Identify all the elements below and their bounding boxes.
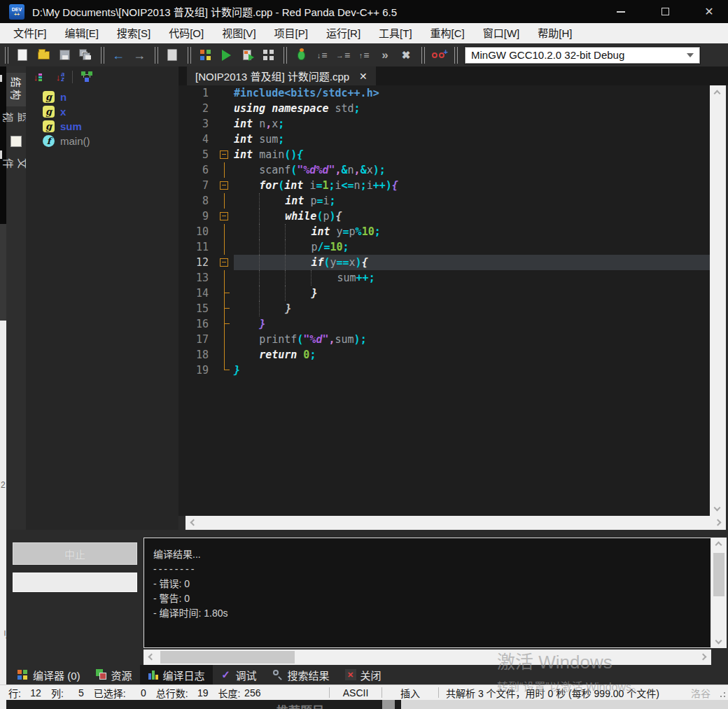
scrollbar-thumb[interactable]: [713, 553, 724, 596]
code-line-16[interactable]: 16 }: [178, 316, 710, 332]
bottom-tab-关闭[interactable]: ✕关闭: [337, 665, 389, 685]
left-tab-监视[interactable]: 监视: [6, 112, 26, 136]
code-line-3[interactable]: 3int n,x;: [178, 116, 710, 132]
bottom-tab-资源[interactable]: 资源: [88, 665, 140, 685]
scrollbar-thumb[interactable]: [160, 651, 295, 664]
menu-item-6[interactable]: 项目[P]: [265, 23, 317, 43]
resize-grip[interactable]: [716, 688, 726, 698]
maximize-button[interactable]: [648, 0, 682, 23]
fold-gutter[interactable]: [215, 255, 234, 270]
scroll-right-icon[interactable]: [715, 519, 722, 526]
code-line-9[interactable]: 9 while(p){: [178, 209, 710, 224]
log-vertical-scrollbar[interactable]: [711, 538, 727, 648]
code-line-18[interactable]: 18 return 0;: [178, 347, 710, 363]
menu-item-2[interactable]: 编辑[E]: [56, 23, 108, 43]
scroll-right-icon[interactable]: [700, 654, 707, 661]
menu-item-3[interactable]: 搜索[S]: [108, 23, 160, 43]
fold-gutter[interactable]: [215, 301, 234, 316]
step-over-button[interactable]: ↓≡: [313, 46, 331, 64]
bottom-tab-调试[interactable]: ✓调试: [213, 665, 265, 685]
class-browser-item-sum[interactable]: gsum: [26, 119, 178, 134]
code-line-17[interactable]: 17 printf("%d",sum);: [178, 332, 710, 347]
fold-gutter[interactable]: [215, 147, 234, 162]
scroll-left-icon[interactable]: [190, 519, 197, 526]
toolbar-grip[interactable]: [101, 47, 104, 64]
compile-button[interactable]: [196, 46, 214, 64]
fold-gutter[interactable]: [215, 363, 234, 378]
fold-gutter[interactable]: [215, 224, 234, 239]
fold-gutter[interactable]: [215, 193, 234, 209]
menu-item-7[interactable]: 运行[R]: [317, 23, 370, 43]
bottom-tab-编译器0[interactable]: 编译器 (0): [10, 665, 88, 685]
menu-item-9[interactable]: 重构[C]: [421, 23, 474, 43]
run-button[interactable]: [217, 46, 235, 64]
fold-gutter[interactable]: [215, 85, 234, 101]
fold-gutter[interactable]: [215, 101, 234, 116]
back-button[interactable]: ←: [109, 46, 127, 64]
code-line-14[interactable]: 14 }: [178, 286, 710, 301]
continue-button[interactable]: »: [376, 46, 394, 64]
code-line-5[interactable]: 5int main(){: [178, 147, 710, 162]
save-button[interactable]: [55, 46, 74, 64]
toolbar-grip[interactable]: [421, 47, 425, 64]
fold-gutter[interactable]: [215, 132, 234, 147]
show-inherited-button[interactable]: [79, 69, 94, 85]
code-line-19[interactable]: 19}: [178, 363, 710, 378]
menu-item-11[interactable]: 帮助[H]: [528, 23, 581, 43]
scroll-up-icon[interactable]: [715, 542, 722, 549]
fold-collapse-icon[interactable]: [220, 150, 228, 159]
scroll-down-icon[interactable]: [714, 505, 721, 512]
code-editor[interactable]: 1#include<bits/stdc++.h>2using namespace…: [178, 85, 710, 516]
fold-collapse-icon[interactable]: [220, 212, 228, 220]
menu-item-1[interactable]: 文件[F]: [4, 23, 56, 43]
left-tab-结构[interactable]: 结构: [6, 73, 26, 106]
code-line-6[interactable]: 6 scanf("%d%d",&n,&x);: [178, 162, 710, 178]
fold-gutter[interactable]: [215, 316, 234, 332]
toolbar-grip[interactable]: [155, 47, 158, 64]
new-file-button[interactable]: [13, 46, 31, 64]
close-button[interactable]: ✕: [692, 0, 727, 23]
fold-gutter[interactable]: [215, 116, 234, 132]
code-line-2[interactable]: 2using namespace std;: [178, 101, 710, 116]
sort-alphabetically-button[interactable]: ↓ az: [52, 69, 68, 85]
stop-execution-button[interactable]: ✖: [397, 46, 415, 64]
code-line-8[interactable]: 8 int p=i;: [178, 193, 710, 209]
debug-button[interactable]: [292, 46, 310, 64]
class-browser-item-main[interactable]: fmain(): [26, 134, 178, 148]
open-button[interactable]: [34, 46, 52, 64]
minimize-button[interactable]: [603, 0, 638, 23]
tab-close-icon[interactable]: ✕: [359, 71, 368, 82]
bottom-tab-编译日志[interactable]: 编译日志: [140, 665, 213, 685]
step-out-button[interactable]: ↑≡: [355, 46, 373, 64]
menu-item-5[interactable]: 视图[V]: [213, 23, 265, 43]
fold-gutter[interactable]: [215, 239, 234, 255]
toolbar-grip[interactable]: [454, 47, 458, 64]
menu-item-8[interactable]: 工具[T]: [370, 23, 421, 43]
editor-vertical-scrollbar[interactable]: [710, 85, 726, 516]
fold-collapse-icon[interactable]: [220, 258, 228, 267]
compile-run-button[interactable]: [238, 46, 256, 64]
add-watch-button[interactable]: +: [430, 46, 448, 64]
code-line-11[interactable]: 11 p/=10;: [178, 239, 710, 255]
bottom-tab-搜索结果[interactable]: 搜索结果: [265, 665, 337, 685]
class-browser-item-n[interactable]: gn: [26, 90, 178, 104]
code-line-7[interactable]: 7 for(int i=1;i<=n;i++){: [178, 178, 710, 193]
code-line-1[interactable]: 1#include<bits/stdc++.h>: [178, 85, 710, 101]
editor-horizontal-scrollbar[interactable]: [186, 516, 726, 530]
reformat-button[interactable]: [163, 46, 181, 64]
toolbar-grip[interactable]: [188, 47, 191, 64]
compiler-profile-select[interactable]: MinGW GCC10.2.0 32-bit Debug: [464, 46, 701, 64]
scroll-down-icon[interactable]: [715, 638, 722, 645]
code-line-4[interactable]: 4int sum;: [178, 132, 710, 147]
fold-gutter[interactable]: [215, 178, 234, 193]
toolbar-grip[interactable]: [5, 47, 8, 64]
fold-gutter[interactable]: [215, 209, 234, 224]
editor-tab[interactable]: [NOIP2013 普及组] 计数问题.cpp ✕: [187, 66, 376, 85]
log-horizontal-scrollbar[interactable]: [144, 650, 711, 665]
scroll-up-icon[interactable]: [714, 90, 721, 97]
forward-button[interactable]: →: [130, 46, 148, 64]
fold-gutter[interactable]: [215, 332, 234, 347]
fold-gutter[interactable]: [215, 162, 234, 178]
scroll-left-icon[interactable]: [148, 654, 155, 661]
rebuild-button[interactable]: [259, 46, 277, 64]
